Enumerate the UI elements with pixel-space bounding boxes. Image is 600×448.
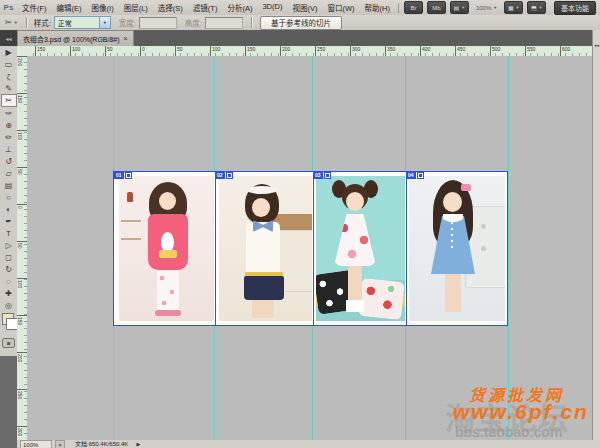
- path-selection-tool[interactable]: ▷: [1, 239, 16, 251]
- slice-number: 02: [215, 172, 225, 179]
- lasso-tool[interactable]: ζ: [1, 70, 16, 82]
- slice-badge-02: 02: [215, 172, 233, 179]
- h-ruler-label: 100: [210, 46, 220, 56]
- clone-stamp-tool[interactable]: ⊥: [1, 143, 16, 155]
- tools-panel: ▶▭ζ✎✂✑⊕✏⊥↺▱▤○◐✒T▷◻↻◌✚◎◙: [0, 46, 18, 356]
- h-ruler-label: 250: [315, 46, 325, 56]
- dodge-tool[interactable]: ◐: [1, 203, 16, 215]
- photoshop-window: Ps 文件(F)编辑(E)图像(I)图层(L)选择(S)滤镜(T)分析(A)3D…: [0, 0, 600, 448]
- mini-bridge-icon[interactable]: Mb: [427, 1, 446, 14]
- h-ruler-label: 300: [350, 46, 360, 56]
- chevron-down-icon: ▼: [99, 17, 110, 28]
- pen-tool[interactable]: ✒: [1, 215, 16, 227]
- menu-item-0[interactable]: 文件(F): [17, 2, 52, 13]
- gradient-tool[interactable]: ▤: [1, 179, 16, 191]
- view-extras-icon[interactable]: ▦▼: [504, 1, 523, 14]
- slice-boundary-line: [215, 172, 216, 325]
- photo-girl-strawberry-dress[interactable]: [316, 176, 405, 321]
- move-tool[interactable]: ▶: [1, 46, 16, 58]
- status-zoom-field[interactable]: 100%: [20, 440, 52, 448]
- menu-item-6[interactable]: 分析(A): [222, 2, 257, 13]
- workspace-switcher-button[interactable]: 基本功能: [554, 1, 596, 15]
- v-ruler-label: 150: [17, 315, 27, 325]
- tool-preset-picker[interactable]: ✂ ▼: [5, 18, 18, 27]
- slice-tool-icon: ✂: [5, 18, 12, 27]
- menu-item-2[interactable]: 图像(I): [87, 2, 119, 13]
- 3d-orbit-tool[interactable]: ◌: [1, 275, 16, 287]
- bridge-icon[interactable]: Br: [404, 1, 423, 14]
- document-tab[interactable]: 衣组合3.psd @ 100%(RGB/8#) ×: [17, 30, 134, 46]
- h-ruler-label: 400: [420, 46, 430, 56]
- slice-type-icon: [417, 172, 424, 179]
- girl-face: [443, 192, 462, 212]
- white-headband: [247, 186, 277, 194]
- yellow-bow: [159, 250, 177, 258]
- type-tool[interactable]: T: [1, 227, 16, 239]
- photo-girl-coral-outfit[interactable]: [119, 176, 214, 321]
- height-input[interactable]: [205, 17, 243, 29]
- canvas-area[interactable]: 01020304: [27, 56, 592, 441]
- slice-boundary-line: [406, 172, 407, 325]
- eyedropper-tool[interactable]: ✑: [1, 107, 16, 119]
- history-brush-tool[interactable]: ↺: [1, 155, 16, 167]
- drawer-knob: [481, 224, 486, 229]
- girl-face: [252, 198, 270, 217]
- status-menu-arrow-icon[interactable]: ▶: [136, 440, 140, 448]
- zoom-level[interactable]: 100%▼: [473, 1, 500, 14]
- white-top: [246, 222, 280, 274]
- status-bar: 100% ◈ 文档:650.4K/650.4K ▶: [0, 440, 600, 448]
- menu-item-4[interactable]: 选择(S): [153, 2, 188, 13]
- document-title: 衣组合3.psd @ 100%(RGB/8#): [23, 34, 120, 44]
- slice-number: 04: [406, 172, 416, 179]
- 3d-rotate-tool[interactable]: ↻: [1, 263, 16, 275]
- menu-item-9[interactable]: 窗口(W): [322, 2, 359, 13]
- quick-selection-tool[interactable]: ✎: [1, 82, 16, 94]
- h-ruler-label: 350: [385, 46, 395, 56]
- shelf-decor: [121, 220, 141, 222]
- slices-from-guides-button[interactable]: 基于参考线的切片: [260, 16, 342, 30]
- divider: [26, 17, 27, 28]
- girl-legs: [252, 300, 274, 318]
- healing-brush-tool[interactable]: ⊕: [1, 119, 16, 131]
- blur-tool[interactable]: ○: [1, 191, 16, 203]
- menu-item-10[interactable]: 帮助(H): [360, 2, 395, 13]
- zoom-tool[interactable]: ◎: [1, 299, 16, 311]
- menu-item-5[interactable]: 滤镜(T): [188, 2, 223, 13]
- style-select[interactable]: 正常 ▼: [54, 16, 111, 29]
- v-ruler-label: 50: [17, 167, 27, 175]
- h-ruler-label: 200: [280, 46, 290, 56]
- width-input[interactable]: [139, 17, 177, 29]
- expand-dock-icon[interactable]: ◂◂: [594, 42, 599, 48]
- photo-girl-navy-shorts[interactable]: [219, 176, 312, 321]
- status-doc-size: 文档:650.4K/650.4K: [75, 440, 128, 448]
- brush-tool[interactable]: ✏: [1, 131, 16, 143]
- slice-type-icon: [125, 172, 132, 179]
- close-icon[interactable]: ×: [124, 35, 128, 42]
- hand-tool[interactable]: ✚: [1, 287, 16, 299]
- v-ruler-label: 100: [17, 278, 27, 288]
- tool-panel-collapse-icon[interactable]: ◂◂: [0, 30, 17, 46]
- menu-item-7[interactable]: 3D(D): [257, 2, 287, 13]
- photo-girl-denim-dress[interactable]: [409, 176, 505, 321]
- v-ruler-label: 300: [17, 426, 27, 436]
- menu-item-1[interactable]: 编辑(E): [52, 2, 87, 13]
- v-ruler-label: 200: [17, 352, 27, 362]
- ps-logo: Ps: [0, 0, 17, 15]
- slice-type-icon: [226, 172, 233, 179]
- eraser-tool[interactable]: ▱: [1, 167, 16, 179]
- menu-item-8[interactable]: 视图(V): [287, 2, 322, 13]
- girl-face: [346, 192, 364, 211]
- shape-tool[interactable]: ◻: [1, 251, 16, 263]
- quick-mask-button[interactable]: ◙: [2, 338, 15, 348]
- slice-tool[interactable]: ✂: [1, 94, 17, 107]
- menu-item-3[interactable]: 图层(L): [119, 2, 153, 13]
- marquee-tool[interactable]: ▭: [1, 58, 16, 70]
- h-ruler-label: 0: [140, 46, 145, 56]
- arrange-documents-icon[interactable]: ▤▼: [450, 1, 469, 14]
- bunny-graphic: [161, 232, 174, 252]
- h-ruler-label: 600: [560, 46, 570, 56]
- width-label: 宽度:: [119, 17, 136, 28]
- screen-mode-icon[interactable]: ⬒▼: [527, 1, 546, 14]
- panel-dock-strip[interactable]: ◂◂: [592, 30, 600, 448]
- slice-number: 03: [313, 172, 323, 179]
